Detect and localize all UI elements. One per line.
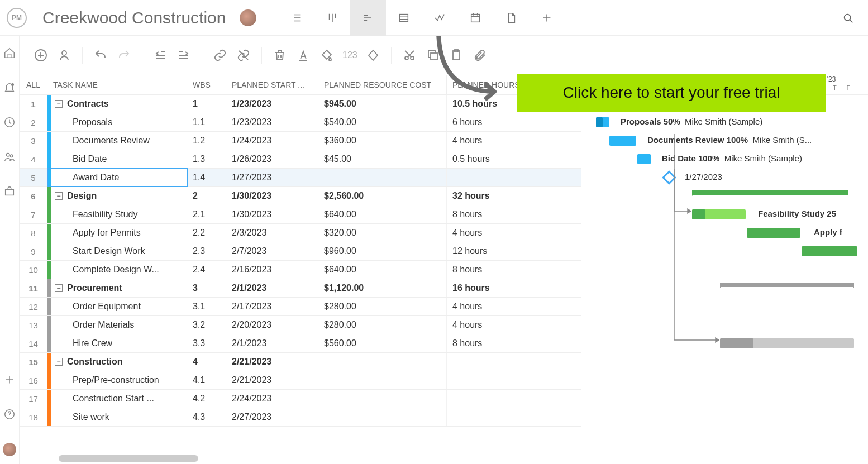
nav-recent-icon[interactable] [3,116,16,131]
text-format-button[interactable] [293,45,313,65]
nav-notifications-icon[interactable] [3,82,16,96]
row-number: 10 [20,261,47,279]
horizontal-scrollbar[interactable] [59,455,198,462]
view-board[interactable] [314,0,350,36]
fill-color-button[interactable] [317,45,337,65]
task-row[interactable]: 15−Construction42/21/2023 [20,353,581,371]
task-row[interactable]: 12Order Equipment3.12/17/2023$280.004 ho… [20,298,581,316]
day-label: T [828,84,842,95]
start-cell: 2/21/2023 [226,371,318,389]
link-button[interactable] [210,45,230,65]
project-title[interactable]: Creekwood Construction [42,8,226,27]
app-logo[interactable]: PM [7,8,27,28]
task-row[interactable]: 16Prep/Pre-construction4.12/21/2023 [20,371,581,390]
view-files[interactable] [493,0,529,36]
col-start[interactable]: PLANNED START ... [226,75,318,94]
undo-button[interactable] [90,45,111,65]
unlink-button[interactable] [233,45,254,65]
start-cell: 2/27/2023 [226,408,318,426]
view-list[interactable] [279,0,314,36]
cost-cell: $1,120.00 [318,279,447,297]
nav-add-icon[interactable] [3,374,16,388]
wbs-cell: 4.1 [187,371,226,389]
view-gantt[interactable] [350,0,386,36]
task-name: Construction Start ... [73,394,154,404]
row-number: 17 [20,390,47,408]
outdent-button[interactable] [150,45,170,65]
row-number: 3 [20,132,47,150]
task-row[interactable]: 9Start Design Work2.32/7/2023$960.0012 h… [20,242,581,261]
row-number: 16 [20,371,47,389]
task-row[interactable]: 17Construction Start ...4.22/24/2023 [20,390,581,408]
delete-button[interactable] [270,45,290,65]
task-row[interactable]: 14Hire Crew3.32/1/2023$560.008 hours [20,334,581,353]
nav-portfolio-icon[interactable] [3,185,16,200]
task-name: Feasibility Study [73,209,138,219]
gantt-label: Feasibility Study 25 [758,209,836,218]
hours-cell: 32 hours [447,187,533,205]
task-row[interactable]: 1−Contracts11/23/2023$945.0010.5 hours [20,95,581,113]
task-row[interactable]: 3Documents Review1.21/24/2023$360.004 ho… [20,132,581,150]
row-number: 18 [20,408,47,426]
hours-cell: 8 hours [447,261,533,279]
copy-button[interactable] [423,45,443,65]
task-row[interactable]: 7Feasibility Study2.11/30/2023$640.008 h… [20,205,581,224]
paste-button[interactable] [446,45,466,65]
task-row[interactable]: 2Proposals1.11/23/2023$540.006 hours [20,113,581,132]
project-avatar[interactable] [240,9,256,26]
cost-cell: $640.00 [318,205,447,223]
user-avatar[interactable] [3,443,16,456]
cut-button[interactable] [399,45,419,65]
view-sheet[interactable] [386,0,422,36]
wbs-cell: 4 [187,353,226,371]
col-wbs[interactable]: WBS [187,75,226,94]
task-row[interactable]: 13Order Materials3.22/20/2023$280.004 ho… [20,316,581,334]
start-cell: 2/17/2023 [226,298,318,315]
view-add[interactable] [529,0,565,36]
nav-help-icon[interactable] [3,408,16,423]
task-row[interactable]: 18Site work4.32/27/2023 [20,408,581,427]
task-name: Procurement [67,283,122,293]
task-row[interactable]: 8Apply for Permits2.22/3/2023$320.004 ho… [20,224,581,242]
collapse-icon[interactable]: − [55,358,63,366]
task-row[interactable]: 6−Design21/30/2023$2,560.0032 hours [20,187,581,205]
task-row[interactable]: 5Award Date1.41/27/2023 [20,169,581,187]
start-cell: 2/21/2023 [226,353,318,371]
nav-home-icon[interactable] [3,47,16,61]
collapse-icon[interactable]: − [55,192,63,200]
gantt-assignee: Mike Smith (S... [752,135,812,145]
collapse-icon[interactable]: − [55,284,63,292]
collapse-icon[interactable]: − [55,100,63,108]
task-name: Order Equipment [73,302,141,312]
milestone-button[interactable] [363,45,383,65]
indent-button[interactable] [174,45,194,65]
task-row[interactable]: 11−Procurement32/1/2023$1,120.0016 hours [20,279,581,298]
col-cost[interactable]: PLANNED RESOURCE COST [318,75,447,94]
svg-rect-13 [431,53,437,60]
row-number: 12 [20,298,47,315]
svg-point-3 [12,84,14,86]
free-trial-cta[interactable]: Click here to start your free trial [517,74,826,112]
attachment-button[interactable] [470,45,490,65]
start-cell: 1/30/2023 [226,187,318,205]
wbs-cell: 2.3 [187,242,226,260]
redo-button[interactable] [114,45,134,65]
svg-rect-0 [399,14,408,21]
col-all[interactable]: ALL [20,75,47,94]
cost-cell: $640.00 [318,261,447,279]
cost-cell [318,408,447,426]
task-row[interactable]: 4Bid Date1.31/26/2023$45.000.5 hours [20,150,581,169]
search-icon[interactable] [842,12,855,27]
cost-cell [318,390,447,408]
svg-rect-1 [471,14,479,22]
row-number: 6 [20,187,47,205]
add-task-button[interactable] [31,45,51,65]
assign-button[interactable] [54,45,74,65]
col-task[interactable]: TASK NAME [47,75,187,94]
start-cell: 1/24/2023 [226,132,318,150]
task-row[interactable]: 10Complete Design W...2.42/16/2023$640.0… [20,261,581,279]
view-calendar[interactable] [457,0,493,36]
view-dashboard[interactable] [422,0,457,36]
start-cell: 2/16/2023 [226,261,318,279]
nav-team-icon[interactable] [3,151,16,165]
